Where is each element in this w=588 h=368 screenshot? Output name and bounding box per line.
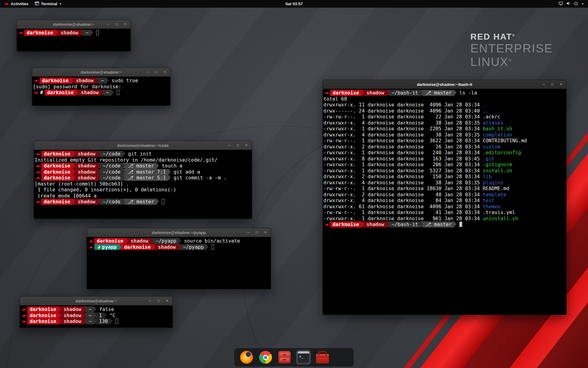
volume-icon [566, 1, 571, 7]
powerline-arrow-icon [420, 90, 423, 95]
maximize-button[interactable]: □ [254, 228, 259, 237]
file-attributes: -rwxrwxr-x. 1 darknoise darknoise 2205 J… [323, 126, 483, 132]
prompt-segment-path: ~/pyapp [181, 244, 206, 250]
minimize-button[interactable]: – [106, 20, 110, 29]
terminal-content[interactable]: darknoiseshadow~/pyappsource bin/activat… [87, 237, 271, 289]
drawer [280, 358, 289, 362]
dock-item-toolbox[interactable] [315, 350, 330, 365]
terminal-content[interactable]: darknoiseshadow~falsedarknoiseshadow~1^C… [20, 305, 172, 328]
window-titlebar[interactable]: darknoise@shadow:~–□× [20, 297, 172, 305]
maximize-button[interactable]: □ [114, 20, 119, 29]
drawer [280, 353, 289, 357]
window-titlebar[interactable]: darknoise@shadow:~–□× [32, 68, 170, 77]
prompt-segment-user: darknoise [24, 30, 56, 36]
close-button[interactable]: × [165, 297, 169, 305]
dock-item-files[interactable] [277, 350, 292, 365]
prompt-segment-path: ~/pyapp [153, 238, 179, 244]
maximize-button[interactable]: □ [550, 80, 555, 89]
file-name: . [483, 102, 486, 108]
file-name: README.md [483, 186, 509, 191]
prompt-line: darknoiseshadow~ [17, 30, 130, 36]
prompt-segment-host: shadow [61, 306, 84, 312]
desktop: RED HAT® ENTERPRISE LINUX® darknoise@sha… [0, 0, 588, 368]
prompt-segment-path: ~ [86, 318, 94, 324]
dock-item-terminal[interactable]: >_ [296, 350, 311, 365]
prompt-segment-user: darknoise [330, 221, 362, 228]
clock[interactable]: Sat 03:57 [285, 0, 303, 8]
powerline-arrow-icon [454, 221, 457, 227]
powerline-arrow-icon [94, 306, 96, 312]
minimize-button[interactable]: – [148, 297, 152, 305]
redhat-icon [21, 306, 27, 312]
file-attributes: -rw-rw-r--. 1 darknoise darknoise 18630 … [323, 186, 483, 191]
powerline-arrow-icon [119, 244, 122, 250]
close-button[interactable]: × [244, 141, 249, 150]
redhat-icon [18, 30, 24, 36]
file-list-row: drwxrwxr-x. 2 darknoise darknoise 40 Jan… [323, 192, 566, 198]
redhat-icon [33, 78, 39, 84]
file-list-row: drwxrwxr-x. 4 darknoise darknoise 38 Jan… [323, 132, 566, 138]
window-controls: –□× [541, 80, 566, 89]
powerline-arrow-icon [98, 175, 100, 180]
file-name: .gitignore [483, 162, 512, 167]
terminal-content[interactable]: darknoiseshadow~ [17, 29, 130, 51]
command-text: touch a [159, 163, 182, 169]
close-button[interactable]: × [559, 80, 563, 89]
prompt-line: darknoiseshadow~/code⎇ master S:1git com… [35, 175, 251, 181]
output-line: 1 file changed, 0 insertions(+), 0 delet… [35, 187, 251, 193]
prompt-segment-path: ~ [86, 312, 94, 319]
dock-item-app-grid[interactable] [334, 350, 349, 365]
maximize-button[interactable]: □ [156, 297, 161, 305]
prompt-segment-path: ~/bash-it [389, 221, 421, 228]
maximize-button[interactable]: □ [236, 141, 240, 150]
window-controls: –□× [145, 68, 170, 77]
powerline-arrow-icon [94, 312, 96, 318]
file-list-row: drwxrwxr-x. 4 darknoise darknoise 38 Jan… [323, 120, 566, 126]
command-text: ls -la [457, 90, 477, 96]
window-titlebar[interactable]: darknoise@shadow:~/pyapp–□× [87, 228, 271, 237]
file-name: aliases [483, 120, 503, 126]
prompt-segment-host: shadow [75, 169, 98, 175]
prompt-segment-path: ~/code [100, 199, 123, 205]
terminal-icon: >_ [297, 351, 310, 363]
prompt-segment-exit: 130 [96, 318, 110, 324]
powerline-arrow-icon [387, 221, 389, 227]
minimize-button[interactable]: – [227, 141, 232, 150]
file-list-row: drwxrwxr-x. 8 darknoise darknoise 163 Ja… [323, 156, 566, 162]
close-button[interactable]: × [163, 68, 167, 77]
terminal-content[interactable]: darknoiseshadow~/codegit initInitialized… [34, 150, 252, 219]
prompt-segment-user: darknoise [41, 151, 73, 157]
top-bar-left: Activities Terminal ▼ [0, 0, 65, 8]
maximize-button[interactable]: □ [154, 68, 159, 77]
minimize-button[interactable]: – [541, 80, 546, 89]
redhat-icon [21, 318, 27, 324]
minimize-button[interactable]: – [145, 68, 150, 77]
window-titlebar[interactable]: darknoise@shadow:~/code–□× [34, 141, 252, 150]
activities-button[interactable]: Activities [1, 0, 32, 8]
window-titlebar[interactable]: darknoise@shadow:~/bash-it–□× [323, 80, 566, 89]
minimize-button[interactable]: – [246, 228, 251, 237]
dock-item-chrome[interactable] [258, 350, 273, 365]
terminal-cursor [211, 244, 214, 250]
prompt-segment-host: shadow [61, 318, 84, 324]
prompt-line: darknoiseshadow~1^C [21, 312, 172, 319]
terminal-window-6: darknoise@shadow:~/bash-it–□×darknoisesh… [322, 80, 567, 315]
close-button[interactable]: × [263, 228, 268, 237]
powerline-arrow-icon [104, 312, 107, 318]
powerline-arrow-icon [168, 175, 171, 180]
file-attributes: drwxrwxr-x. 4 darknoise darknoise 38 Jan… [323, 132, 483, 138]
app-menu-button[interactable]: Terminal ▼ [32, 0, 65, 8]
system-status-area[interactable]: ▼ [554, 0, 588, 8]
prompt-segment-git: ⎇ master ?:1 [125, 169, 168, 175]
terminal-content[interactable]: darknoiseshadow~sudo true[sudo] password… [32, 77, 170, 105]
powerline-arrow-icon [71, 78, 74, 83]
powerline-arrow-icon [59, 312, 61, 318]
file-attributes: -rw-rw-r--. 1 darknoise darknoise 22 Jan… [323, 114, 483, 120]
dock-item-firefox[interactable] [239, 350, 254, 365]
terminal-content[interactable]: darknoiseshadow~/bash-it⎇ masterls -lato… [323, 89, 566, 315]
terminal-window-4: darknoise@shadow:~/pyapp–□×darknoiseshad… [87, 228, 271, 289]
close-button[interactable]: × [123, 20, 127, 29]
window-titlebar[interactable]: darknoise@shadow:~–□× [17, 20, 130, 29]
powerline-arrow-icon [73, 199, 75, 204]
command-text: sudo true [109, 78, 138, 84]
